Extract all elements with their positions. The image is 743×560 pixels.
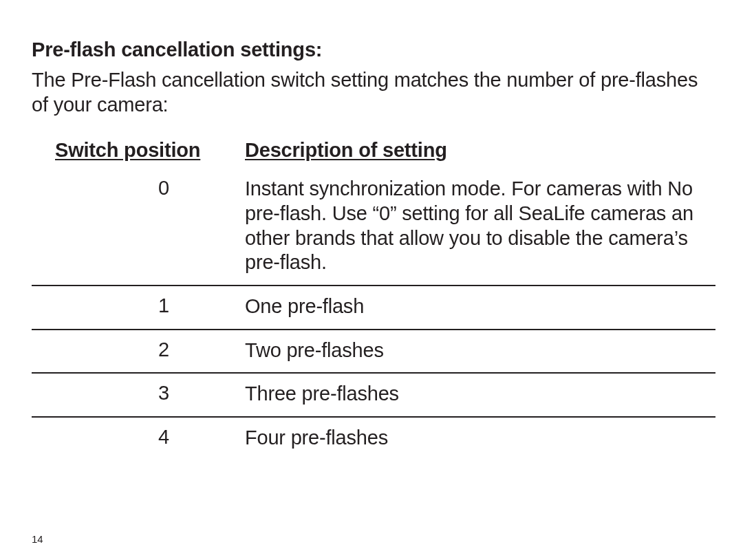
cell-switch-position: 0 [32, 177, 245, 200]
settings-table: Switch position Description of setting 0… [32, 139, 715, 460]
cell-description: Two pre-flashes [245, 338, 715, 363]
table-header-row: Switch position Description of setting [32, 139, 715, 162]
table-row: 2 Two pre-flashes [32, 330, 715, 374]
cell-description: One pre-flash [245, 294, 715, 319]
table-row: 3 Three pre-flashes [32, 374, 715, 418]
cell-switch-position: 1 [32, 294, 245, 317]
cell-switch-position: 2 [32, 338, 245, 361]
section-heading: Pre-flash cancellation settings: [32, 39, 715, 61]
column-header-description: Description of setting [245, 139, 715, 162]
page-number: 14 [32, 533, 43, 545]
manual-page: Pre-flash cancellation settings: The Pre… [0, 0, 743, 560]
table-row: 4 Four pre-flashes [32, 418, 715, 460]
cell-switch-position: 4 [32, 426, 245, 449]
cell-description: Four pre-flashes [245, 426, 715, 451]
column-header-switch-position: Switch position [32, 139, 245, 162]
cell-switch-position: 3 [32, 382, 245, 405]
section-intro-text: The Pre-Flash cancellation switch settin… [32, 68, 715, 117]
table-row: 0 Instant synchronization mode. For came… [32, 169, 715, 286]
cell-description: Three pre-flashes [245, 382, 715, 407]
table-row: 1 One pre-flash [32, 286, 715, 330]
cell-description: Instant synchronization mode. For camera… [245, 177, 715, 275]
